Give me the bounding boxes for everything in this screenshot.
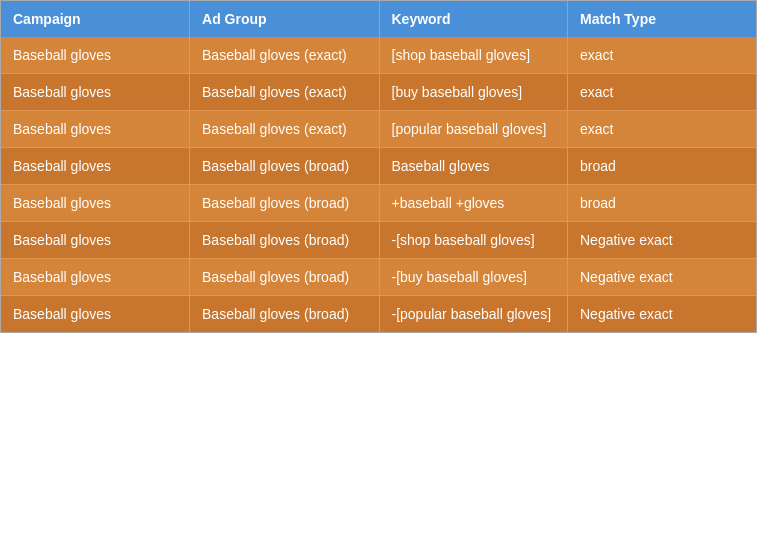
- cell-campaign: Baseball gloves: [1, 37, 190, 74]
- cell-campaign: Baseball gloves: [1, 296, 190, 333]
- cell-adgroup: Baseball gloves (broad): [190, 222, 379, 259]
- cell-keyword: [buy baseball gloves]: [379, 74, 568, 111]
- cell-campaign: Baseball gloves: [1, 222, 190, 259]
- cell-adgroup: Baseball gloves (exact): [190, 37, 379, 74]
- cell-adgroup: Baseball gloves (broad): [190, 148, 379, 185]
- cell-keyword: -[shop baseball gloves]: [379, 222, 568, 259]
- table-row: Baseball glovesBaseball gloves (broad)-[…: [1, 259, 756, 296]
- table-row: Baseball glovesBaseball gloves (broad)-[…: [1, 296, 756, 333]
- cell-keyword: [popular baseball gloves]: [379, 111, 568, 148]
- header-campaign: Campaign: [1, 1, 190, 37]
- cell-adgroup: Baseball gloves (broad): [190, 296, 379, 333]
- table-row: Baseball glovesBaseball gloves (exact)[s…: [1, 37, 756, 74]
- cell-keyword: Baseball gloves: [379, 148, 568, 185]
- table-row: Baseball glovesBaseball gloves (exact)[p…: [1, 111, 756, 148]
- cell-campaign: Baseball gloves: [1, 111, 190, 148]
- cell-adgroup: Baseball gloves (exact): [190, 74, 379, 111]
- cell-adgroup: Baseball gloves (broad): [190, 185, 379, 222]
- data-table: Campaign Ad Group Keyword Match Type Bas…: [0, 0, 757, 333]
- cell-matchtype: Negative exact: [568, 259, 757, 296]
- cell-keyword: +baseball +gloves: [379, 185, 568, 222]
- table-row: Baseball glovesBaseball gloves (broad)Ba…: [1, 148, 756, 185]
- cell-campaign: Baseball gloves: [1, 148, 190, 185]
- cell-campaign: Baseball gloves: [1, 185, 190, 222]
- cell-matchtype: broad: [568, 148, 757, 185]
- table-row: Baseball glovesBaseball gloves (broad)-[…: [1, 222, 756, 259]
- cell-matchtype: Negative exact: [568, 296, 757, 333]
- cell-matchtype: Negative exact: [568, 222, 757, 259]
- cell-keyword: -[buy baseball gloves]: [379, 259, 568, 296]
- cell-adgroup: Baseball gloves (broad): [190, 259, 379, 296]
- table-row: Baseball glovesBaseball gloves (exact)[b…: [1, 74, 756, 111]
- cell-keyword: -[popular baseball gloves]: [379, 296, 568, 333]
- header-matchtype: Match Type: [568, 1, 757, 37]
- cell-matchtype: broad: [568, 185, 757, 222]
- cell-matchtype: exact: [568, 37, 757, 74]
- cell-adgroup: Baseball gloves (exact): [190, 111, 379, 148]
- cell-keyword: [shop baseball gloves]: [379, 37, 568, 74]
- cell-campaign: Baseball gloves: [1, 74, 190, 111]
- header-keyword: Keyword: [379, 1, 568, 37]
- cell-campaign: Baseball gloves: [1, 259, 190, 296]
- header-adgroup: Ad Group: [190, 1, 379, 37]
- table-row: Baseball glovesBaseball gloves (broad)+b…: [1, 185, 756, 222]
- cell-matchtype: exact: [568, 111, 757, 148]
- cell-matchtype: exact: [568, 74, 757, 111]
